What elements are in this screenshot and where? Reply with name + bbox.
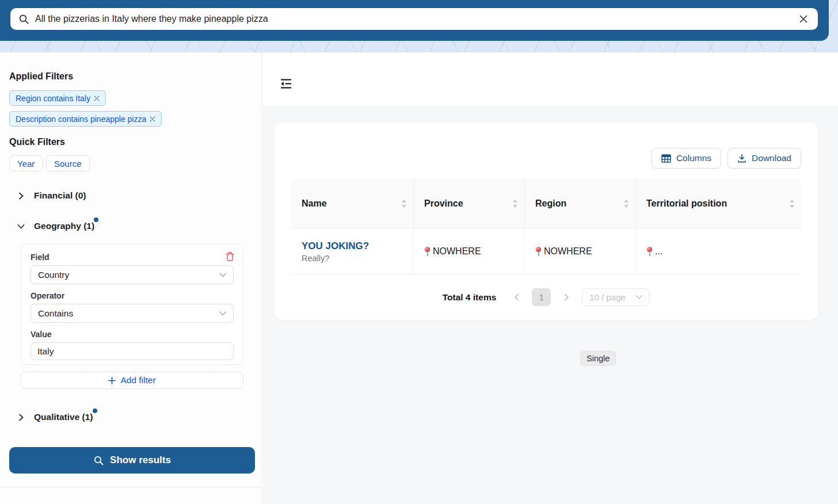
column-header-province[interactable]: Province [414, 178, 525, 228]
operator-label: Operator [31, 291, 234, 300]
operator-select-value: Contains [38, 308, 73, 319]
page-size-select[interactable]: 10 / page [582, 288, 650, 306]
sidebar-divider [0, 487, 262, 487]
search-bar[interactable] [10, 8, 818, 30]
cell-name: YOU JOKING? Really? [291, 229, 414, 274]
geography-filter-card: Field Country Operator Contains Value [21, 244, 243, 365]
applied-filter-chip[interactable]: Region contains Italy [9, 90, 106, 106]
chevron-down-icon [17, 223, 25, 230]
trash-icon [225, 251, 235, 262]
filter-group-geography[interactable]: Geography (1) [17, 221, 94, 231]
filter-group-financial[interactable]: Financial (0) [17, 190, 86, 201]
field-select-value: Country [38, 270, 69, 280]
table-row[interactable]: YOU JOKING? Really? NOWHERE NOWHERE ... [291, 228, 801, 274]
map-pin-icon [424, 246, 431, 257]
app: Applied Filters Region contains Italy De… [0, 0, 838, 504]
results-table: Name Province Region [291, 178, 801, 274]
show-results-label: Show results [110, 455, 171, 466]
cell-region: NOWHERE [525, 229, 636, 274]
chevron-left-icon [514, 293, 519, 301]
top-header-bar [0, 0, 829, 41]
chevron-down-icon [219, 273, 226, 277]
filter-group-label: Qualitative (1) [34, 412, 93, 422]
result-subtitle: Really? [302, 254, 329, 263]
columns-button-label: Columns [676, 153, 711, 163]
field-label: Field [31, 253, 234, 262]
result-name-link[interactable]: YOU JOKING? [302, 240, 369, 252]
results-card: Columns Download Name [275, 123, 818, 320]
table-header-row: Name Province Region [291, 178, 801, 228]
quick-filter-label: Year [17, 159, 35, 169]
columns-button[interactable]: Columns [652, 148, 721, 169]
delete-filter-button[interactable] [224, 251, 235, 262]
collapse-sidebar-button[interactable] [279, 77, 294, 92]
column-header-territorial-position[interactable]: Territorial position [636, 178, 801, 228]
table-columns-icon [661, 154, 671, 163]
remove-filter-icon[interactable] [94, 96, 100, 101]
pagination-total: Total 4 items [443, 292, 497, 303]
search-input[interactable] [35, 14, 797, 24]
page-number-button[interactable]: 1 [532, 288, 551, 306]
search-icon [93, 455, 104, 466]
close-icon [799, 14, 808, 24]
table-toolbar: Columns Download [652, 148, 801, 169]
pagination: Total 4 items 1 10 / page [291, 274, 801, 320]
quick-filter-source[interactable]: Source [46, 155, 90, 171]
plus-icon [108, 377, 116, 384]
sort-icon[interactable] [623, 199, 629, 208]
download-button[interactable]: Download [727, 148, 801, 169]
filter-group-label: Financial (0) [34, 190, 86, 201]
value-input[interactable] [31, 342, 234, 360]
column-header-region[interactable]: Region [525, 178, 636, 228]
active-filter-badge [94, 217, 98, 222]
chevron-right-icon [17, 414, 25, 421]
clear-search-button[interactable] [797, 13, 810, 25]
single-tooltip: Single [580, 351, 616, 366]
quick-filters-title: Quick Filters [9, 137, 65, 147]
applied-filter-label: Region contains Italy [16, 94, 90, 103]
next-page-button[interactable] [559, 291, 573, 304]
column-header-name[interactable]: Name [291, 178, 414, 228]
chevron-right-icon [17, 192, 25, 200]
map-pin-icon [535, 246, 542, 257]
cell-territorial-position: ... [636, 229, 801, 274]
quick-filter-label: Source [54, 159, 82, 169]
previous-page-button[interactable] [509, 291, 523, 304]
add-filter-button[interactable]: Add filter [21, 372, 243, 389]
chevron-down-icon [219, 311, 226, 316]
remove-filter-icon[interactable] [150, 116, 155, 122]
operator-select[interactable]: Contains [31, 304, 234, 323]
field-select[interactable]: Country [31, 265, 234, 284]
applied-filter-chip[interactable]: Description contains pineapple pizza [9, 111, 162, 127]
filters-sidebar: Applied Filters Region contains Italy De… [0, 52, 262, 504]
filter-group-qualitative[interactable]: Qualitative (1) [17, 412, 93, 422]
map-pin-icon [646, 246, 653, 257]
add-filter-label: Add filter [120, 375, 155, 385]
active-filter-badge [93, 408, 97, 413]
download-button-label: Download [752, 153, 791, 163]
filter-group-label: Geography (1) [34, 221, 94, 231]
applied-filters-title: Applied Filters [9, 71, 73, 82]
cell-province: NOWHERE [414, 229, 525, 274]
chevron-right-icon [564, 293, 569, 301]
download-icon [737, 154, 746, 163]
sort-icon[interactable] [789, 199, 795, 208]
value-label: Value [31, 330, 234, 339]
menu-fold-icon [280, 78, 292, 89]
chevron-down-icon [636, 295, 642, 299]
applied-filter-label: Description contains pineapple pizza [16, 114, 146, 124]
show-results-button[interactable]: Show results [9, 447, 255, 474]
sort-icon[interactable] [512, 199, 518, 208]
content-top-strip [263, 52, 838, 106]
sort-icon[interactable] [401, 199, 407, 208]
page-size-value: 10 / page [589, 292, 626, 302]
search-icon [18, 14, 29, 25]
quick-filter-year[interactable]: Year [9, 155, 43, 171]
